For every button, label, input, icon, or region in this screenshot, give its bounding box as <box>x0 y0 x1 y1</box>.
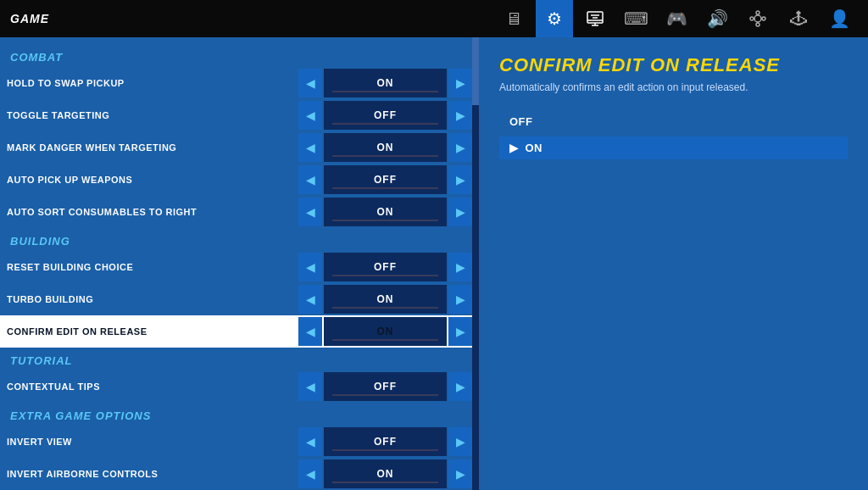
underline-invert-view <box>332 449 438 451</box>
setting-label-hold-to-swap: HOLD TO SWAP PICKUP <box>7 78 298 88</box>
left-arrow-invert-view[interactable]: ◀ <box>298 427 322 456</box>
value-text-hold-to-swap: ON <box>377 77 394 89</box>
setting-label-turbo-building: TURBO BUILDING <box>7 294 298 304</box>
option-list: OFF ▶ ON <box>499 110 848 159</box>
value-box-contextual-tips: OFF <box>324 372 447 401</box>
left-arrow-auto-sort[interactable]: ◀ <box>298 198 322 226</box>
value-box-confirm-edit: ON <box>324 317 447 346</box>
value-text-confirm-edit: ON <box>377 326 394 337</box>
setting-row-mark-danger[interactable]: MARK DANGER WHEN TARGETING ◀ ON ▶ <box>0 131 479 164</box>
setting-label-toggle-targeting: TOGGLE TARGETING <box>7 110 298 120</box>
setting-label-contextual-tips: CONTEXTUAL TIPS <box>7 381 298 392</box>
right-panel: CONFIRM EDIT ON RELEASE Automatically co… <box>479 37 868 490</box>
value-box-invert-view: OFF <box>324 427 447 456</box>
keyboard-icon[interactable]: ⌨ <box>617 0 654 37</box>
setting-row-invert-view[interactable]: INVERT VIEW ◀ OFF ▶ <box>0 426 479 458</box>
toggle-control-auto-sort: ◀ ON ▶ <box>298 198 472 226</box>
toggle-control-mark-danger: ◀ ON ▶ <box>298 133 472 162</box>
right-arrow-auto-sort[interactable]: ▶ <box>448 198 472 226</box>
left-arrow-invert-airborne[interactable]: ◀ <box>298 459 322 488</box>
right-arrow-auto-pick-up[interactable]: ▶ <box>448 165 472 194</box>
toggle-control-toggle-targeting: ◀ OFF ▶ <box>298 101 472 130</box>
display-icon[interactable] <box>576 0 614 37</box>
detail-description: Automatically confirms an edit action on… <box>499 81 848 93</box>
underline-mark-danger <box>332 155 438 157</box>
network-icon[interactable] <box>739 0 776 37</box>
underline-turbo-building <box>332 307 438 309</box>
right-arrow-toggle-targeting[interactable]: ▶ <box>448 101 472 130</box>
right-arrow-invert-airborne[interactable]: ▶ <box>448 459 472 488</box>
svg-point-6 <box>754 15 761 22</box>
svg-point-7 <box>750 17 754 20</box>
option-on[interactable]: ▶ ON <box>499 136 848 159</box>
left-arrow-confirm-edit[interactable]: ◀ <box>298 317 322 346</box>
setting-row-confirm-edit[interactable]: CONFIRM EDIT ON RELEASE ◀ ON ▶ <box>0 315 479 348</box>
underline-contextual-tips <box>332 394 438 396</box>
setting-label-invert-airborne: INVERT AIRBORNE CONTROLS <box>7 469 298 479</box>
controller-circle-icon[interactable]: 🎮 <box>658 0 695 37</box>
left-arrow-contextual-tips[interactable]: ◀ <box>298 372 322 401</box>
value-box-toggle-targeting: OFF <box>324 101 447 130</box>
right-arrow-turbo-building[interactable]: ▶ <box>448 285 472 314</box>
left-arrow-turbo-building[interactable]: ◀ <box>298 285 322 314</box>
setting-label-reset-building: RESET BUILDING CHOICE <box>7 262 298 272</box>
top-nav: GAME 🖥 ⚙ ⌨ 🎮 🔊 <box>0 0 868 37</box>
scrollbar-thumb[interactable] <box>472 37 479 105</box>
setting-row-auto-sort[interactable]: AUTO SORT CONSUMABLES TO RIGHT ◀ ON ▶ <box>0 196 479 228</box>
underline-invert-airborne <box>332 482 438 483</box>
audio-icon[interactable]: 🔊 <box>698 0 736 37</box>
left-arrow-toggle-targeting[interactable]: ◀ <box>298 101 322 130</box>
left-panel: COMBAT HOLD TO SWAP PICKUP ◀ ON ▶ TOGGLE… <box>0 37 479 490</box>
right-arrow-invert-view[interactable]: ▶ <box>448 427 472 456</box>
value-box-auto-pick-up: OFF <box>324 165 447 194</box>
left-arrow-auto-pick-up[interactable]: ◀ <box>298 165 322 194</box>
toggle-control-turbo-building: ◀ ON ▶ <box>298 285 472 314</box>
underline-confirm-edit <box>332 339 438 341</box>
scrollbar-track[interactable] <box>472 37 479 490</box>
section-header-combat: COMBAT <box>0 44 479 67</box>
value-box-auto-sort: ON <box>324 198 447 226</box>
underline-toggle-targeting <box>332 123 438 125</box>
gear-icon[interactable]: ⚙ <box>536 0 573 37</box>
right-arrow-contextual-tips[interactable]: ▶ <box>448 372 472 401</box>
setting-label-mark-danger: MARK DANGER WHEN TARGETING <box>7 142 298 153</box>
right-arrow-mark-danger[interactable]: ▶ <box>448 133 472 162</box>
setting-row-toggle-targeting[interactable]: TOGGLE TARGETING ◀ OFF ▶ <box>0 99 479 131</box>
underline-auto-pick-up <box>332 187 438 189</box>
value-text-contextual-tips: OFF <box>374 381 397 393</box>
account-icon[interactable]: 👤 <box>821 0 858 37</box>
right-arrow-confirm-edit[interactable]: ▶ <box>448 317 472 346</box>
setting-label-auto-pick-up: AUTO PICK UP WEAPONS <box>7 175 298 185</box>
value-box-invert-airborne: ON <box>324 459 447 488</box>
setting-label-confirm-edit: CONFIRM EDIT ON RELEASE <box>7 326 298 337</box>
setting-row-hold-to-swap[interactable]: HOLD TO SWAP PICKUP ◀ ON ▶ <box>0 67 479 99</box>
toggle-control-invert-airborne: ◀ ON ▶ <box>298 459 472 488</box>
underline-auto-sort <box>332 220 438 221</box>
left-arrow-hold-to-swap[interactable]: ◀ <box>298 69 322 97</box>
left-arrow-mark-danger[interactable]: ◀ <box>298 133 322 162</box>
nav-icon-group: 🖥 ⚙ ⌨ 🎮 🔊 <box>495 0 858 37</box>
right-arrow-reset-building[interactable]: ▶ <box>448 253 472 281</box>
value-text-auto-sort: ON <box>377 206 394 218</box>
setting-label-invert-view: INVERT VIEW <box>7 437 298 447</box>
main-content: COMBAT HOLD TO SWAP PICKUP ◀ ON ▶ TOGGLE… <box>0 37 868 490</box>
left-arrow-reset-building[interactable]: ◀ <box>298 253 322 281</box>
monitor-icon[interactable]: 🖥 <box>495 0 532 37</box>
section-header-building: BUILDING <box>0 228 479 251</box>
value-text-toggle-targeting: OFF <box>374 109 397 121</box>
value-box-turbo-building: ON <box>324 285 447 314</box>
settings-list: COMBAT HOLD TO SWAP PICKUP ◀ ON ▶ TOGGLE… <box>0 37 479 490</box>
value-text-invert-view: OFF <box>374 436 397 448</box>
gamepad-icon[interactable]: 🕹 <box>780 0 817 37</box>
option-off[interactable]: OFF <box>499 110 848 133</box>
toggle-control-auto-pick-up: ◀ OFF ▶ <box>298 165 472 194</box>
right-arrow-hold-to-swap[interactable]: ▶ <box>448 69 472 97</box>
section-header-extra: EXTRA GAME OPTIONS <box>0 403 479 426</box>
toggle-control-contextual-tips: ◀ OFF ▶ <box>298 372 472 401</box>
setting-row-auto-pick-up[interactable]: AUTO PICK UP WEAPONS ◀ OFF ▶ <box>0 164 479 196</box>
setting-row-reset-building[interactable]: RESET BUILDING CHOICE ◀ OFF ▶ <box>0 251 479 283</box>
setting-row-contextual-tips[interactable]: CONTEXTUAL TIPS ◀ OFF ▶ <box>0 370 479 403</box>
setting-row-invert-airborne[interactable]: INVERT AIRBORNE CONTROLS ◀ ON ▶ <box>0 458 479 490</box>
svg-point-10 <box>756 23 760 26</box>
setting-row-turbo-building[interactable]: TURBO BUILDING ◀ ON ▶ <box>0 283 479 315</box>
